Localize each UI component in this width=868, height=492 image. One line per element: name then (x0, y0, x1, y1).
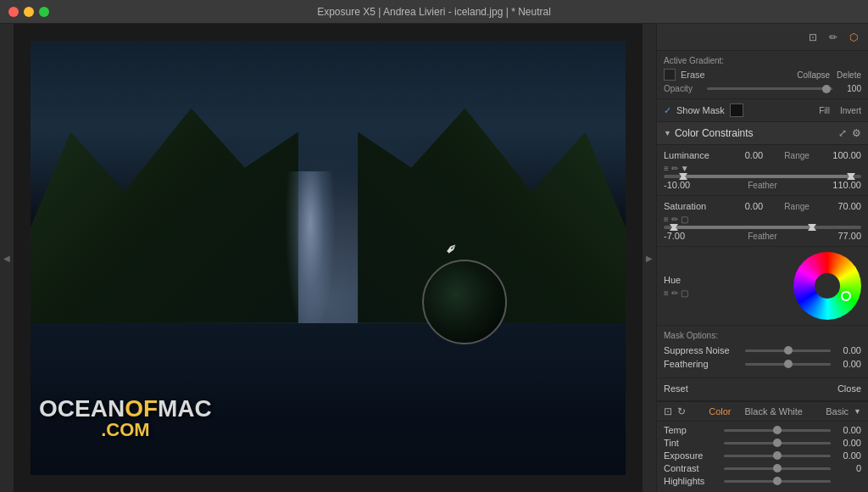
cc-title: Color Constraints (675, 127, 754, 139)
close-button[interactable] (8, 7, 19, 17)
saturation-icons: ≡ ✏ ▢ (664, 215, 861, 224)
hue-icons: ≡ ✏ ▢ (664, 288, 788, 298)
saturation-range-label: Range (784, 202, 809, 211)
lum-feather-left: -10.00 (664, 180, 694, 190)
sat-feather-left: -7.00 (664, 231, 694, 241)
cc-expand-icon[interactable]: ⤢ (838, 127, 847, 139)
hue-wheel[interactable] (793, 252, 861, 320)
luminance-slider-row (664, 175, 861, 178)
highlights-label: Highlights (664, 476, 719, 486)
fill-button[interactable]: Fill (819, 106, 830, 115)
tint-value: 0.00 (836, 438, 861, 448)
saturation-slider-row (664, 226, 861, 229)
hue-label-row: Hue (664, 275, 788, 285)
fill-invert-group: Fill Invert (819, 106, 861, 115)
luminance-range-label: Range (784, 151, 809, 160)
panel-icon-edit[interactable]: ✏ (826, 30, 841, 45)
gradient-swatch[interactable] (664, 69, 676, 81)
opacity-value: 100 (837, 84, 861, 93)
sat-icon-edit[interactable]: ✏ (671, 215, 678, 224)
luminance-header: Luminance 0.00 Range 100.00 (664, 150, 861, 160)
cc-icons: ⤢ ⚙ (838, 127, 861, 139)
highlights-slider[interactable] (724, 480, 831, 483)
luminance-range-track[interactable] (664, 175, 861, 178)
luminance-group: Luminance 0.00 Range 100.00 ≡ ✏ ▼ (657, 145, 868, 196)
lum-feather-right: 110.00 (831, 180, 861, 190)
hue-group: Hue ≡ ✏ ▢ (657, 247, 868, 326)
lum-icon-brush[interactable]: ▼ (681, 164, 689, 173)
suppress-noise-row: Suppress Noise 0.00 (664, 345, 861, 355)
mask-color-swatch[interactable] (730, 103, 743, 117)
saturation-range-value: 70.00 (831, 201, 861, 211)
maximize-button[interactable] (39, 7, 49, 17)
hue-label: Hue (664, 275, 689, 285)
delete-button[interactable]: Delete (837, 70, 861, 80)
collapse-button[interactable]: Collapse (797, 70, 830, 80)
luminance-label: Luminance (664, 150, 715, 160)
feathering-slider[interactable] (745, 363, 831, 366)
module-arrow[interactable]: ▼ (854, 407, 861, 416)
hue-icon-edit[interactable]: ✏ (671, 288, 678, 298)
cc-settings-icon[interactable]: ⚙ (852, 127, 861, 139)
contrast-label: Contrast (664, 463, 719, 473)
cc-title-row: ▼ Color Constraints (664, 127, 754, 139)
suppress-noise-label: Suppress Noise (664, 345, 740, 355)
water-bottom (31, 323, 626, 475)
suppress-noise-value: 0.00 (836, 345, 861, 355)
lum-feather-label: Feather (748, 181, 776, 190)
traffic-lights (8, 7, 49, 17)
photo-container: ✒ (31, 41, 626, 475)
color-bw-tabs: Color Black & White (709, 406, 803, 417)
mask-options-section: Mask Options: Suppress Noise 0.00 Feathe… (657, 326, 868, 378)
bw-tab[interactable]: Black & White (745, 406, 803, 417)
luminance-value: 0.00 (736, 150, 763, 160)
basic-panel-rows: Temp 0.00 Tint 0.00 Exposure 0.00 Contra… (657, 422, 868, 492)
panel-icon-layers[interactable]: ⊡ (805, 30, 821, 45)
hue-wheel-center (815, 273, 840, 299)
waterfall-glow (285, 171, 336, 341)
active-gradient-row: Erase Collapse Delete (664, 69, 861, 81)
opacity-slider[interactable] (707, 87, 832, 90)
saturation-feather-row: -7.00 Feather 77.00 (664, 231, 861, 241)
temp-slider[interactable] (724, 429, 831, 432)
tint-slider[interactable] (724, 442, 831, 444)
bp-layers-icon[interactable]: ⊡ (664, 405, 672, 417)
sat-icon-brush[interactable]: ▢ (681, 215, 688, 224)
feathering-label: Feathering (664, 359, 740, 369)
bp-refresh-icon[interactable]: ↻ (677, 405, 686, 417)
exposure-slider[interactable] (724, 455, 831, 457)
exposure-row: Exposure 0.00 (664, 450, 861, 461)
right-panel: ⊡ ✏ ⬡ Active Gradient: Erase Collapse De… (656, 24, 868, 492)
right-nav-arrow[interactable]: ▶ (643, 24, 656, 492)
hue-selector[interactable] (841, 291, 851, 301)
close-button[interactable]: Close (837, 383, 861, 394)
feathering-row: Feathering 0.00 (664, 359, 861, 369)
show-mask-check[interactable]: ✓ (664, 105, 671, 116)
suppress-noise-slider[interactable] (745, 349, 831, 352)
contrast-slider[interactable] (724, 467, 831, 470)
invert-button[interactable]: Invert (840, 106, 861, 115)
color-constraints-panel: ▼ Color Constraints ⤢ ⚙ Luminance 0.00 R… (657, 122, 868, 400)
gradient-name: Erase (681, 70, 792, 80)
sat-feather-label: Feather (748, 232, 776, 241)
left-nav-arrow[interactable]: ◀ (0, 24, 14, 492)
hue-wheel-container[interactable] (793, 252, 861, 320)
saturation-range-track[interactable] (664, 226, 861, 229)
opacity-row: Opacity 100 (664, 84, 861, 93)
panel-toolbar: ⊡ ✏ ⬡ (657, 24, 868, 51)
hue-left: Hue ≡ ✏ ▢ (664, 275, 788, 298)
highlights-row: Highlights (664, 476, 861, 486)
tint-row: Tint 0.00 (664, 438, 861, 448)
gradient-actions: Collapse Delete (797, 70, 861, 80)
active-gradient-label: Active Gradient: (664, 56, 861, 65)
panel-icon-more[interactable]: ⬡ (846, 30, 861, 45)
color-tab[interactable]: Color (709, 406, 731, 417)
cc-expand-arrow[interactable]: ▼ (664, 129, 671, 137)
hue-icon-swatch[interactable]: ▢ (681, 288, 688, 298)
lum-icon-eq: ≡ (664, 164, 669, 173)
sat-icon-eq: ≡ (664, 215, 669, 224)
lum-icon-edit[interactable]: ✏ (671, 164, 678, 173)
minimize-button[interactable] (24, 7, 34, 17)
reset-button[interactable]: Reset (664, 383, 688, 394)
show-mask-label: Show Mask (676, 105, 725, 115)
